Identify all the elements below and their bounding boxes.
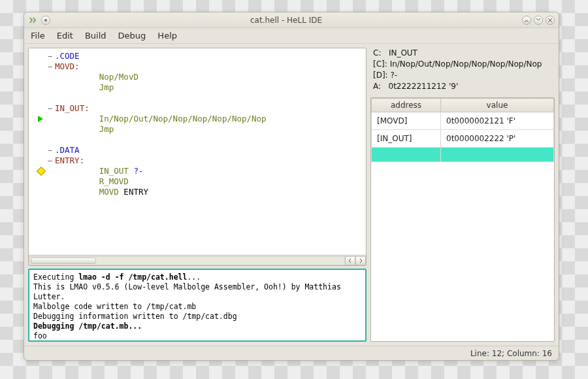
register-panel: C: IN_OUT [C]: In/Nop/Out/Nop/Nop/Nop/No… [370,48,555,95]
breakpoint-icon[interactable] [37,167,46,176]
menu-debug[interactable]: Debug [118,31,146,41]
left-column: − − − − − .CODE MOVD: Nop/MovD Jmp IN_OU… [28,48,367,342]
svg-point-0 [44,19,47,22]
menu-help[interactable]: Help [157,31,177,41]
reg-label-c: C: [373,48,381,58]
console-text: Malbolge code written to /tmp/cat.mb [33,302,196,311]
statusbar: Line: 12; Column: 16 [24,346,559,360]
console-text: Executing [33,272,78,282]
minimize-button[interactable] [522,16,531,25]
code-token: .DATA [55,145,80,155]
code-token: ENTRY [119,187,148,197]
right-column: C: IN_OUT [C]: In/Nop/Out/Nop/Nop/Nop/No… [370,48,555,342]
scroll-left-button[interactable] [345,256,355,265]
console-text: /tmp/cat.mb [78,321,128,331]
col-header-value[interactable]: value [441,99,554,112]
editor-gutter: − − − − − [29,48,55,255]
code-token: R_MOVD [99,176,129,186]
code-token: IN_OUT: [55,103,90,113]
cell-address: [IN_OUT] [372,130,441,148]
fold-icon[interactable]: − [48,62,52,71]
workarea: − − − − − .CODE MOVD: Nop/MovD Jmp IN_OU… [24,44,559,346]
memory-table[interactable]: address value [MOVD] 0t0000002121 'F' [I… [370,97,555,342]
col-header-address[interactable]: address [372,99,441,112]
code-token: ENTRY: [55,156,84,165]
code-token: .CODE [55,51,80,61]
scrollbar-track[interactable] [29,256,345,265]
code-token: Jmp [99,124,114,134]
console-text: Debugging [33,321,78,331]
console-text: ... [128,321,142,331]
horizontal-scrollbar[interactable] [29,255,366,265]
window-menu-button[interactable] [41,16,50,25]
scroll-right-button[interactable] [355,256,366,265]
table-row[interactable]: [IN_OUT] 0t0000002222 'P' [372,130,554,148]
maximize-button[interactable] [534,16,543,25]
console-text: ... [187,272,201,282]
menu-edit[interactable]: Edit [57,31,73,41]
console-text: This is LMAO v0.5.6 (Low-level Malbolge … [33,282,341,301]
console-text: Debugging information written to /tmp/ca… [33,312,237,321]
app-icon [28,16,37,25]
titlebar[interactable]: cat.hell - HeLL IDE [24,12,559,28]
app-window: cat.hell - HeLL IDE File Edit Build Debu… [24,12,559,361]
fold-icon[interactable]: − [48,156,52,165]
reg-value-c-deref: In/Nop/Out/Nop/Nop/Nop/Nop/Nop/Nop [390,59,542,69]
console-text: lmao -d -f /tmp/cat.hell [78,272,187,282]
reg-value-d-deref: ?- [390,71,397,80]
fold-icon[interactable]: − [48,104,52,113]
fold-icon[interactable]: − [48,146,52,155]
table-row-selected[interactable] [372,148,554,162]
close-button[interactable] [546,16,555,25]
output-console[interactable]: Executing lmao -d -f /tmp/cat.hell... Th… [28,269,367,342]
code-token: In/Nop/Out/Nop/Nop/Nop/Nop/Nop/Nop [99,114,267,124]
menu-build[interactable]: Build [85,31,106,41]
cell-value: 0t0000002222 'P' [441,130,554,148]
code-token: Nop/MovD [99,72,139,82]
reg-label-a: A: [373,82,381,91]
cell-address: [MOVD] [372,112,441,130]
execution-pointer-icon [38,116,43,122]
cursor-position: Line: 12; Column: 16 [470,349,552,358]
reg-label-c-deref: [C]: [373,59,387,69]
code-token: ?- [133,166,143,176]
code-token: MOVD [99,187,119,197]
code-text[interactable]: .CODE MOVD: Nop/MovD Jmp IN_OUT: In/Nop/… [55,48,366,255]
code-token: MOVD: [55,61,80,71]
menubar: File Edit Build Debug Help [24,28,559,44]
code-editor[interactable]: − − − − − .CODE MOVD: Nop/MovD Jmp IN_OU… [28,48,367,266]
menu-file[interactable]: File [31,31,45,41]
reg-label-d-deref: [D]: [373,71,388,80]
console-text: foo [33,331,47,340]
reg-value-c: IN_OUT [389,48,417,58]
reg-value-a: 0t2222211212 '9' [389,82,459,91]
cell-value: 0t0000002121 'F' [441,112,554,130]
scrollbar-thumb[interactable] [31,257,96,264]
code-token: IN_OUT [99,166,134,176]
fold-icon[interactable]: − [48,52,52,61]
window-title: cat.hell - HeLL IDE [54,16,518,25]
code-token: Jmp [99,82,114,92]
table-row[interactable]: [MOVD] 0t0000002121 'F' [372,112,554,130]
